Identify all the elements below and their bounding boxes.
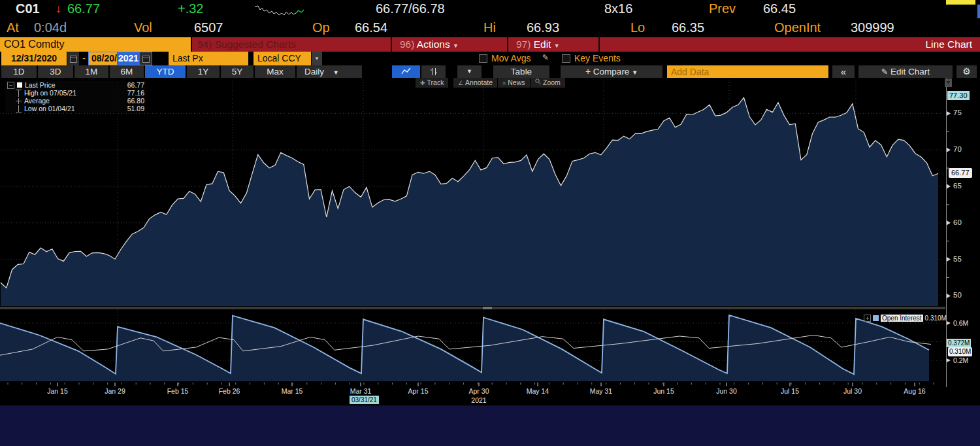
x-axis-tick-label: May 31 — [581, 387, 621, 395]
high-marker-icon — [16, 90, 22, 97]
oi-legend-label: Open Interest — [881, 315, 923, 322]
price-high-axis-badge: 77.30 — [947, 91, 970, 100]
legend-label: High on 07/05/21 — [24, 89, 76, 97]
panel-divider-handle[interactable] — [483, 307, 492, 309]
x-axis-tick-label: Jan 15 — [38, 387, 77, 395]
zoom-label: Zoom — [543, 78, 561, 86]
price-axis-tick-label: 55 — [953, 255, 962, 263]
price-axis-tick-label: 70 — [953, 145, 962, 153]
oi-swatch — [873, 315, 879, 321]
x-axis-tick-label: Feb 15 — [158, 387, 197, 395]
legend-label: Low on 01/04/21 — [24, 105, 75, 112]
news-icon: ≡ — [502, 80, 506, 86]
x-axis-tick-label: Jun 15 — [644, 387, 683, 395]
x-axis-tick-label: Mar 15 — [272, 387, 312, 395]
crosshair-icon: ✚ — [420, 80, 425, 86]
price-axis-tick-label: 50 — [953, 291, 962, 299]
legend-row-average: Average 66.80 — [5, 97, 146, 105]
oi-legend[interactable]: Open Interest 0.310M — [864, 315, 947, 322]
price-axis-tick-label: 65 — [953, 182, 962, 190]
track-tool-button[interactable]: ✚Track — [416, 78, 448, 88]
panel-divider[interactable] — [0, 307, 945, 309]
legend-row-low: Low on 01/04/21 51.09 — [5, 105, 146, 112]
oi-last-axis-badge: 0.310M — [948, 347, 972, 356]
x-axis-tick-label: Aug 16 — [895, 387, 934, 395]
annotate-tool-button[interactable]: ∠Annotate — [453, 78, 497, 88]
x-axis-tick-label: Apr 30 — [459, 387, 498, 395]
legend-row-last-price: Last Price 66.77 — [5, 81, 146, 89]
zoom-tool-button[interactable]: Zoom — [531, 78, 565, 88]
news-tool-button[interactable]: ≡News — [498, 78, 530, 88]
x-axis-labels: Jan 15Jan 29Feb 15Feb 26Mar 15Mar 31Apr … — [0, 387, 980, 396]
price-axis-tick-label: 60 — [953, 218, 962, 226]
oi-axis-tick-label: 0.2M — [953, 356, 968, 364]
quarter-end-date-badge: 03/31/21 — [350, 396, 379, 404]
low-marker-icon — [16, 105, 22, 112]
x-axis-tick-label: Jul 30 — [833, 387, 872, 395]
last-price-axis-badge: 66.77 — [949, 168, 972, 178]
x-axis-tick-label: Jun 30 — [707, 387, 746, 395]
price-legend[interactable]: Last Price 66.77 High on 07/05/21 77.16 … — [5, 81, 146, 112]
legend-label: Average — [24, 97, 50, 105]
annotate-icon: ∠ — [458, 80, 463, 86]
bloomberg-terminal-window: C01 ↓ 66.77 +.32 66.77/66.78 8x16 Prev 6… — [0, 0, 980, 446]
legend-value: 77.16 — [127, 89, 144, 97]
legend-label: Last Price — [25, 81, 56, 89]
magnifier-icon — [535, 78, 541, 85]
price-chart-canvas[interactable] — [0, 0, 980, 446]
legend-value: 66.80 — [127, 97, 144, 105]
news-label: News — [508, 78, 525, 86]
average-marker-icon — [16, 98, 22, 104]
x-axis-tick-label: Jul 15 — [770, 387, 809, 395]
x-axis-year-label: 2021 — [459, 396, 498, 404]
x-axis-tick-label: Apr 15 — [399, 387, 438, 395]
x-axis-tick-label: May 14 — [518, 387, 557, 395]
x-axis-tick-label: Feb 26 — [210, 387, 249, 395]
oi-line-axis-badge: 0.372M — [947, 339, 971, 347]
last-price-swatch — [17, 82, 22, 88]
annotate-label: Annotate — [465, 78, 493, 86]
expand-tree-icon[interactable] — [864, 315, 871, 322]
oi-legend-value: 0.310M — [925, 315, 947, 322]
price-axis-tick-label: 75 — [953, 109, 962, 116]
x-axis-tick-label: Jan 29 — [95, 387, 135, 395]
oi-axis-tick-label: 0.6M — [953, 319, 968, 327]
track-label: Track — [427, 78, 444, 86]
legend-row-high: High on 07/05/21 77.16 — [5, 89, 146, 97]
x-axis-tick-label: Mar 31 — [341, 387, 380, 395]
legend-value: 51.09 — [127, 105, 144, 112]
legend-value: 66.77 — [127, 81, 144, 89]
collapse-tree-icon[interactable] — [7, 82, 14, 89]
command-line-band[interactable] — [0, 405, 980, 446]
